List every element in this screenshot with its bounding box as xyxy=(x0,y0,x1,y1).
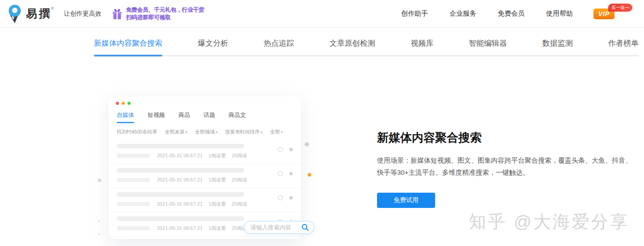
list-item xyxy=(109,237,301,239)
tab-hot-article-analysis[interactable]: 爆文分析 xyxy=(198,38,228,55)
free-trial-button[interactable]: 免费试用 xyxy=(377,193,435,208)
nav-link-creation-assistant[interactable]: 创作助手 xyxy=(401,9,428,18)
item-action-icons: ★ xyxy=(278,146,294,152)
tab-data-monitoring[interactable]: 数据监测 xyxy=(542,38,573,55)
item-meta-row: 2021-05-31 06:67:211阅读量20阅读 xyxy=(117,177,293,183)
top-navigation: 创作助手 企业服务 免费会员 使用帮助 xyxy=(401,9,573,18)
item-meta-row: 2021-05-31 06:67:211阅读量20阅读 xyxy=(117,152,293,159)
page: 易撰® 让创作更高效 免费会员、千元礼包，行业干货 扫码进群即可领取 创作助手 … xyxy=(0,0,644,246)
placeholder-source-bar xyxy=(117,154,150,158)
item-read-count: 1阅读量 xyxy=(208,153,226,158)
tab-aggregated-search[interactable]: 新媒体内容聚合搜索 xyxy=(94,38,162,55)
vip-promo-ribbon: 买一送一 xyxy=(608,4,632,12)
nav-link-enterprise-service[interactable]: 企业服务 xyxy=(449,9,476,18)
circle-icon[interactable] xyxy=(278,195,283,200)
item-read-count: 1阅读量 xyxy=(208,177,226,182)
feature-description: 使用场景：新媒体短视频、图文、图集内容跨平台聚合搜索，覆盖头条、大鱼、抖音、快手… xyxy=(377,154,637,178)
gift-icon xyxy=(111,8,123,20)
promo-banner[interactable]: 免费会员、千元礼包，行业干货 扫码进群即可领取 xyxy=(111,6,204,21)
mockup-tab-short-video[interactable]: 短视频 xyxy=(148,111,165,123)
mockup-search-bar xyxy=(244,221,314,234)
search-input[interactable] xyxy=(244,224,301,231)
item-read-count: 1阅读量 xyxy=(208,225,226,231)
window-dot-orange-icon xyxy=(122,102,125,105)
filter-domain-dropdown[interactable]: 全部领域▾ xyxy=(195,129,218,135)
caret-down-icon: ▾ xyxy=(216,130,218,134)
placeholder-title-bar xyxy=(117,192,244,197)
window-dot-red-icon xyxy=(116,102,119,105)
placeholder-source-bar xyxy=(117,178,150,182)
item-meta-text: 2021-05-31 06:67:211阅读量20阅读 xyxy=(157,201,253,207)
item-meta-text: 2021-05-31 06:67:211阅读量20阅读 xyxy=(157,177,253,183)
nav-link-help[interactable]: 使用帮助 xyxy=(546,9,573,18)
item-timestamp: 2021-05-31 06:67:21 xyxy=(157,153,203,158)
mockup-tab-topics[interactable]: 话题 xyxy=(203,111,215,123)
decor-square xyxy=(98,179,101,182)
logo[interactable]: 易撰® xyxy=(5,4,56,24)
window-dot-green-icon xyxy=(127,102,131,105)
registered-mark: ® xyxy=(51,6,56,11)
item-view-count: 20阅读 xyxy=(232,153,247,158)
promo-text: 免费会员、千元礼包，行业干货 扫码进群即可领取 xyxy=(126,6,204,21)
window-controls xyxy=(109,96,301,105)
tab-smart-editor[interactable]: 智能编辑器 xyxy=(469,38,507,55)
filter-sort-dropdown[interactable]: 按发布时间排序▾ xyxy=(225,129,263,135)
mockup-tab-goods[interactable]: 商品 xyxy=(178,111,190,123)
circle-icon[interactable] xyxy=(278,147,283,152)
placeholder-source-bar xyxy=(117,202,150,206)
brand-logo-icon xyxy=(5,4,23,24)
list-item[interactable]: 2021-05-31 06:67:211阅读量20阅读 ★ xyxy=(109,188,301,212)
item-read-count: 1阅读量 xyxy=(208,201,226,207)
promo-line2: 扫码进群即可领取 xyxy=(126,14,204,21)
brand-name: 易撰® xyxy=(26,6,56,21)
item-action-icons: ★ xyxy=(278,170,294,177)
zhihu-watermark: 知乎 @大海爱分享 xyxy=(469,210,629,234)
item-timestamp: 2021-05-31 06:67:21 xyxy=(157,201,203,207)
top-header: 易撰® 让创作更高效 免费会员、千元礼包，行业干货 扫码进群即可领取 创作助手 … xyxy=(0,0,644,28)
placeholder-title-bar xyxy=(117,216,244,221)
tab-video-library[interactable]: 视频库 xyxy=(411,38,433,55)
feature-title: 新媒体内容聚合搜索 xyxy=(377,130,482,146)
nav-link-free-membership[interactable]: 免费会员 xyxy=(498,9,525,18)
caret-down-icon: ▾ xyxy=(281,130,283,134)
decor-diamond xyxy=(304,142,309,147)
tab-author-ranking[interactable]: 作者榜单 xyxy=(608,38,639,55)
item-timestamp: 2021-05-31 06:67:21 xyxy=(157,225,203,231)
caret-down-icon: ▾ xyxy=(185,130,187,134)
item-view-count: 20阅读 xyxy=(232,177,247,182)
item-view-count: 20阅读 xyxy=(232,201,247,207)
result-count: 找到约4500条结果 xyxy=(117,129,157,135)
search-icon[interactable] xyxy=(301,224,309,231)
placeholder-title-bar xyxy=(117,168,244,173)
feature-tabs-bar: 新媒体内容聚合搜索 爆文分析 热点追踪 文章原创检测 视频库 智能编辑器 数据监… xyxy=(94,28,639,56)
item-meta-text: 2021-05-31 06:67:211阅读量20阅读 xyxy=(157,152,253,159)
mockup-category-tabs: 自媒体 短视频 商品 话题 商品文 xyxy=(109,105,301,123)
mockup-tab-goods-article[interactable]: 商品文 xyxy=(229,111,246,123)
vip-badge-wrap: VIP 买一送一 xyxy=(593,9,614,19)
item-meta-row: 2021-05-31 06:67:211阅读量20阅读 xyxy=(117,201,293,207)
circle-icon[interactable] xyxy=(278,171,283,176)
star-icon[interactable]: ★ xyxy=(288,170,294,177)
filter-source-dropdown[interactable]: 全部来源▾ xyxy=(165,129,187,135)
placeholder-title-bar xyxy=(117,144,244,148)
mockup-tab-we-media[interactable]: 自媒体 xyxy=(117,111,134,123)
item-meta-text: 2021-05-31 06:67:211阅读量20阅读 xyxy=(157,225,253,232)
product-mockup-window: 自媒体 短视频 商品 话题 商品文 找到约4500条结果 全部来源▾ 全部领域▾… xyxy=(109,96,301,239)
item-timestamp: 2021-05-31 06:67:21 xyxy=(157,177,203,182)
caret-down-icon: ▾ xyxy=(261,130,263,134)
item-action-icons: ★ xyxy=(278,194,294,201)
list-item[interactable]: 2021-05-31 06:67:211阅读量20阅读 ★ xyxy=(109,140,301,164)
promo-line1: 免费会员、千元礼包，行业干货 xyxy=(126,6,204,13)
star-icon[interactable]: ★ xyxy=(288,146,294,152)
tab-hotspot-tracking[interactable]: 热点追踪 xyxy=(264,38,294,55)
tab-originality-check[interactable]: 文章原创检测 xyxy=(330,38,375,55)
star-icon[interactable]: ★ xyxy=(288,194,294,201)
placeholder-source-bar xyxy=(117,226,150,230)
brand-tagline: 让创作更高效 xyxy=(64,10,102,18)
mockup-filter-row: 找到约4500条结果 全部来源▾ 全部领域▾ 按发布时间排序▾ 全部▾ xyxy=(109,123,301,135)
list-item[interactable]: 2021-05-31 06:67:211阅读量20阅读 ★ xyxy=(109,164,301,188)
decor-yellow-dot xyxy=(308,173,311,177)
filter-all-dropdown[interactable]: 全部▾ xyxy=(270,129,283,135)
